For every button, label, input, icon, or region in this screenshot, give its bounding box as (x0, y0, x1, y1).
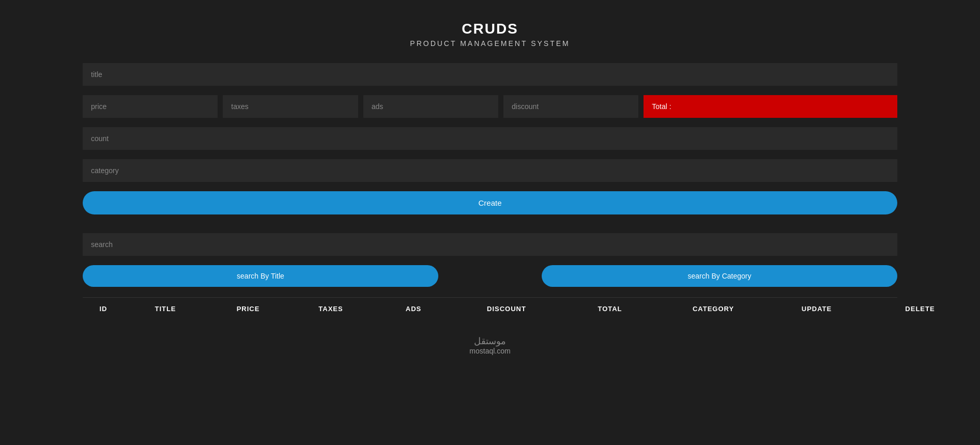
col-id: ID (83, 305, 124, 313)
search-buttons-row: search By Title search By Category (83, 265, 897, 287)
search-by-title-button[interactable]: search By Title (83, 265, 438, 287)
title-input[interactable] (83, 63, 897, 86)
col-discount: DISCOUNT (455, 305, 558, 313)
col-title: TITLE (124, 305, 207, 313)
header: CRUDS PRODUCT MANAGEMENT SYSTEM (83, 10, 897, 63)
col-price: PRICE (207, 305, 289, 313)
category-row (83, 159, 897, 182)
col-taxes: TAXES (289, 305, 372, 313)
title-row (83, 63, 897, 86)
app-container: CRUDS PRODUCT MANAGEMENT SYSTEM Create s… (0, 0, 980, 365)
search-input[interactable] (83, 233, 897, 256)
col-total: TOTAL (558, 305, 662, 313)
app-title: CRUDS (83, 21, 897, 37)
app-subtitle: PRODUCT MANAGEMENT SYSTEM (83, 39, 897, 48)
taxes-input[interactable] (223, 95, 358, 118)
price-input[interactable] (83, 95, 218, 118)
search-by-category-button[interactable]: search By Category (542, 265, 897, 287)
col-ads: ADS (372, 305, 455, 313)
watermark: موستقل mostaql.com (83, 335, 897, 355)
category-input[interactable] (83, 159, 897, 182)
col-update: UPDATE (765, 305, 868, 313)
total-input[interactable] (644, 95, 897, 118)
form-section: Create search By Title search By Categor… (83, 63, 897, 320)
discount-input[interactable] (503, 95, 638, 118)
count-row (83, 127, 897, 150)
watermark-url: mostaql.com (83, 347, 897, 355)
create-button[interactable]: Create (83, 191, 897, 214)
price-row (83, 95, 897, 118)
search-row (83, 233, 897, 256)
col-delete: DELETE (868, 305, 972, 313)
count-input[interactable] (83, 127, 897, 150)
create-button-row: Create (83, 191, 897, 224)
watermark-arabic: موستقل (83, 335, 897, 347)
col-category: CATEGORY (662, 305, 765, 313)
table-header: ID TITLE PRICE TAXES ADS DISCOUNT TOTAL … (83, 297, 897, 320)
ads-input[interactable] (363, 95, 498, 118)
